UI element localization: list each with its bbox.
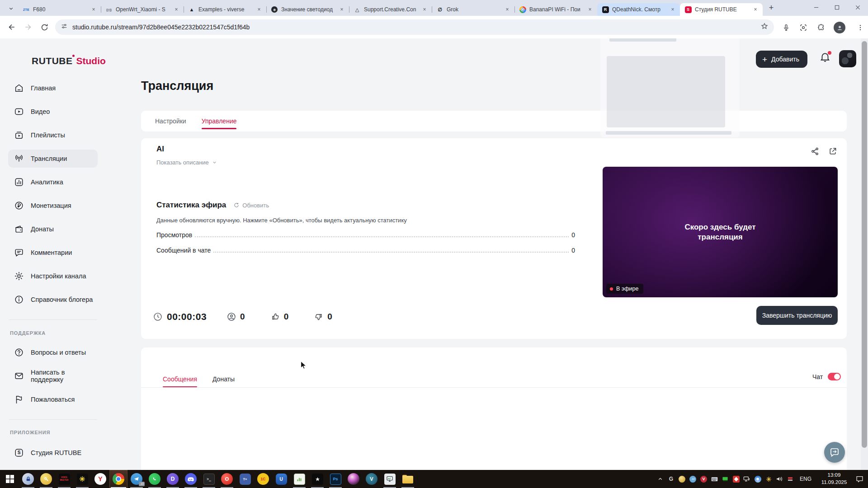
browser-tab[interactable]: GBananaPI WiFi - Пои× xyxy=(514,3,597,16)
keyboard-icon[interactable] xyxy=(711,475,718,483)
browser-tab[interactable]: SСтудия RUTUBE× xyxy=(680,3,763,16)
taskbar-terminal-icon[interactable]: >_ xyxy=(200,470,218,488)
taskbar-chrome-icon[interactable] xyxy=(109,470,127,488)
taskbar-opera-icon[interactable]: O xyxy=(218,470,236,488)
tab-close-icon[interactable]: × xyxy=(421,6,428,13)
tab-close-icon[interactable]: × xyxy=(90,6,97,13)
sidebar-item-question[interactable]: Вопросы и ответы xyxy=(8,343,98,361)
taskbar-dark-app-icon[interactable] xyxy=(308,470,326,488)
taskbar-teamspeak-icon[interactable]: T≡ xyxy=(236,470,254,488)
show-description-link[interactable]: Показать описание xyxy=(156,159,217,166)
end-stream-button[interactable]: Завершить трансляцию xyxy=(756,306,838,325)
browser-tab[interactable]: RQDeathNick. Смотр× xyxy=(597,3,680,16)
browser-tab[interactable]: ∅Grok× xyxy=(432,3,514,16)
taskbar-key-yellow-icon[interactable] xyxy=(37,470,55,488)
network-icon[interactable] xyxy=(743,475,751,483)
scrollbar-thumb[interactable] xyxy=(862,41,867,448)
user-avatar[interactable] xyxy=(839,50,856,67)
sidebar-item-video[interactable]: Видео xyxy=(8,103,98,121)
chat-toggle[interactable] xyxy=(828,373,841,380)
back-icon[interactable] xyxy=(6,22,17,33)
sidebar-item-home[interactable]: Главная xyxy=(8,79,98,97)
extensions-puzzle-icon[interactable] xyxy=(816,22,827,33)
sidebar-item-monetization[interactable]: Монетизация xyxy=(8,197,98,215)
open-external-icon[interactable] xyxy=(827,145,839,157)
taskbar-v-app-icon[interactable]: V xyxy=(363,470,381,488)
keyboard-language[interactable]: ENG xyxy=(800,476,811,482)
tab-management[interactable]: Управление xyxy=(202,111,237,131)
share-icon[interactable] xyxy=(809,145,821,157)
add-button[interactable]: + Добавить xyxy=(756,51,807,68)
tab-close-icon[interactable]: × xyxy=(338,6,345,13)
sidebar-item-flag[interactable]: Пожаловаться xyxy=(8,390,98,408)
tab-close-icon[interactable]: × xyxy=(504,6,511,13)
sidebar-item-info[interactable]: Справочник блогера xyxy=(8,291,98,309)
tab-settings[interactable]: Настройки xyxy=(155,111,186,131)
taskbar-folder-icon[interactable] xyxy=(399,470,417,488)
tab-close-icon[interactable]: × xyxy=(255,6,263,13)
taskbar-dialog-icon[interactable]: D xyxy=(164,470,182,488)
taskbar-discord-icon[interactable] xyxy=(182,470,200,488)
rutube-studio-logo[interactable]: RUTUBE Studio xyxy=(32,56,106,66)
diamond-icon[interactable] xyxy=(732,475,740,483)
taskbar-windows-start-icon[interactable] xyxy=(1,470,19,488)
lens-icon[interactable] xyxy=(797,22,809,33)
memory-icon[interactable] xyxy=(722,475,729,483)
browser-tab[interactable]: ▲Examples - viverse× xyxy=(184,3,266,16)
close-button[interactable] xyxy=(847,0,868,14)
address-bar[interactable]: studio.rutube.ru/stream/97d2b8ee045e2232… xyxy=(55,19,774,35)
sidebar-item-playlists[interactable]: Плейлисты xyxy=(8,126,98,144)
sidebar-item-studio[interactable]: SСтудия RUTUBE xyxy=(8,444,98,462)
menu-kebab-icon[interactable] xyxy=(854,22,866,33)
sidebar-item-settings[interactable]: Настройки канала xyxy=(8,267,98,285)
taskbar-telegram-icon[interactable]: .10 xyxy=(127,470,146,488)
taskbar-chart-icon[interactable] xyxy=(290,470,308,488)
taskbar-voicemeeter-icon[interactable]: VOICEMEETER xyxy=(55,470,73,488)
speaker-icon[interactable] xyxy=(776,475,783,483)
sidebar-item-comments[interactable]: Комментарии xyxy=(8,244,98,262)
profile-avatar[interactable] xyxy=(834,22,845,33)
tab-close-icon[interactable]: × xyxy=(586,6,594,13)
yellow-dot-icon[interactable] xyxy=(678,475,686,483)
taskbar-photoshop-icon[interactable]: Ps xyxy=(326,470,344,488)
support-chat-button[interactable] xyxy=(824,442,845,463)
antivirus-icon[interactable]: V xyxy=(700,475,708,483)
new-tab-button[interactable]: + xyxy=(765,2,777,14)
minimize-button[interactable] xyxy=(806,0,826,14)
browser-tab[interactable]: △Support.Creative.Con× xyxy=(349,3,432,16)
tab-close-icon[interactable]: × xyxy=(669,6,676,13)
refresh-button[interactable]: Обновить xyxy=(233,202,269,209)
forward-icon[interactable] xyxy=(23,22,33,33)
tray-chevron-icon[interactable] xyxy=(656,475,664,483)
bookmark-star-icon[interactable] xyxy=(760,22,769,32)
sidebar-item-mail[interactable]: Написать в поддержку xyxy=(8,367,98,385)
taskbar-monitor-icon[interactable] xyxy=(381,470,399,488)
url-text[interactable]: studio.rutube.ru/stream/97d2b8ee045e2232… xyxy=(72,23,756,31)
taskbar-1c-icon[interactable]: 1С xyxy=(254,470,272,488)
taskbar-unifi-icon[interactable]: U xyxy=(272,470,290,488)
site-settings-icon[interactable] xyxy=(61,23,68,32)
sidebar-item-broadcasts[interactable]: Трансляции xyxy=(8,150,98,168)
taskbar-starburst-icon[interactable] xyxy=(73,470,91,488)
tab-close-icon[interactable]: × xyxy=(752,6,759,13)
sidebar-item-analytics[interactable]: Аналитика xyxy=(8,173,98,191)
telegram-tray-icon[interactable]: .10 xyxy=(689,475,697,483)
voicemeeter-tray-icon[interactable] xyxy=(787,475,794,483)
action-center-icon[interactable] xyxy=(854,475,864,483)
tab-search-chevron-icon[interactable] xyxy=(5,2,17,14)
taskbar-keepass-icon[interactable] xyxy=(19,470,37,488)
reload-icon[interactable] xyxy=(39,22,50,33)
spark-icon[interactable] xyxy=(765,475,773,483)
taskbar-whatsapp-icon[interactable] xyxy=(146,470,164,488)
sidebar-item-donations[interactable]: Донаты xyxy=(8,220,98,238)
notifications-bell-icon[interactable] xyxy=(819,51,832,65)
swirl-icon[interactable] xyxy=(754,475,762,483)
mic-icon[interactable] xyxy=(780,22,792,33)
stream-player[interactable]: Скоро здесь будет трансляция В эфире xyxy=(603,167,838,297)
browser-tab[interactable]: ((•))OpenWrt_Xiaomi - S× xyxy=(101,3,184,16)
tab-close-icon[interactable]: × xyxy=(173,6,180,13)
browser-tab[interactable]: ZTEF680× xyxy=(18,3,101,16)
taskbar-clock[interactable]: 13:09 11.09.2025 xyxy=(817,472,851,486)
maximize-button[interactable] xyxy=(826,0,847,14)
taskbar-sphere-icon[interactable] xyxy=(344,470,363,488)
